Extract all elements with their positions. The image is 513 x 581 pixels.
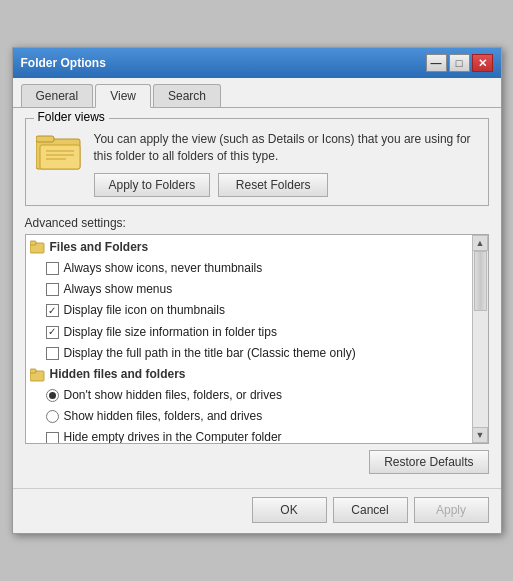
svg-rect-9	[30, 369, 36, 373]
checkbox-hide-empty-drives[interactable]	[46, 432, 59, 443]
folder-views-buttons: Apply to Folders Reset Folders	[94, 173, 478, 197]
svg-rect-7	[30, 241, 36, 245]
ok-button[interactable]: OK	[252, 497, 327, 523]
radio-dont-show-hidden[interactable]	[46, 389, 59, 402]
svg-rect-1	[36, 136, 54, 142]
checkbox-display-full-path[interactable]	[46, 347, 59, 360]
apply-to-folders-button[interactable]: Apply to Folders	[94, 173, 211, 197]
maximize-button[interactable]: □	[449, 54, 470, 72]
window-title: Folder Options	[21, 56, 106, 70]
settings-list[interactable]: Files and Folders Always show icons, nev…	[26, 235, 472, 443]
folder-views-group: Folder views You	[25, 118, 489, 206]
reset-folders-button[interactable]: Reset Folders	[218, 173, 328, 197]
category-folder-icon	[30, 240, 46, 254]
restore-defaults-button[interactable]: Restore Defaults	[369, 450, 488, 474]
title-bar: Folder Options — □ ✕	[13, 48, 501, 78]
scrollbar-up-button[interactable]: ▲	[472, 235, 488, 251]
advanced-settings-label: Advanced settings:	[25, 216, 489, 230]
restore-row: Restore Defaults	[25, 450, 489, 474]
folder-icon-area	[36, 131, 84, 174]
checkbox-display-file-icon[interactable]: ✓	[46, 304, 59, 317]
folder-icon	[36, 131, 84, 171]
scrollbar-down-button[interactable]: ▼	[472, 427, 488, 443]
bottom-buttons: OK Cancel Apply	[13, 488, 501, 533]
tab-general[interactable]: General	[21, 84, 94, 107]
apply-button[interactable]: Apply	[414, 497, 489, 523]
list-item[interactable]: Display the full path in the title bar (…	[26, 343, 472, 364]
category-folder2-icon	[30, 368, 46, 382]
checkbox-always-show-menus[interactable]	[46, 283, 59, 296]
folder-views-description: You can apply the view (such as Details …	[94, 131, 478, 165]
list-item: Hidden files and folders	[26, 364, 472, 385]
list-item[interactable]: Always show menus	[26, 279, 472, 300]
scrollbar-thumb[interactable]	[474, 251, 487, 311]
folder-views-content: You can apply the view (such as Details …	[94, 131, 478, 197]
list-item: Files and Folders	[26, 237, 472, 258]
scrollbar[interactable]: ▲ ▼	[472, 235, 488, 443]
checkbox-display-file-size[interactable]: ✓	[46, 326, 59, 339]
tabs-bar: General View Search	[13, 78, 501, 108]
folder-options-window: Folder Options — □ ✕ General View Search…	[12, 47, 502, 534]
tab-search[interactable]: Search	[153, 84, 221, 107]
minimize-button[interactable]: —	[426, 54, 447, 72]
cancel-button[interactable]: Cancel	[333, 497, 408, 523]
list-item[interactable]: Always show icons, never thumbnails	[26, 258, 472, 279]
tab-view[interactable]: View	[95, 84, 151, 108]
close-button[interactable]: ✕	[472, 54, 493, 72]
list-item[interactable]: ✓ Display file icon on thumbnails	[26, 300, 472, 321]
scrollbar-thumb-area	[473, 251, 488, 427]
list-item[interactable]: Hide empty drives in the Computer folder	[26, 427, 472, 442]
svg-rect-2	[40, 145, 80, 169]
list-item[interactable]: Don't show hidden files, folders, or dri…	[26, 385, 472, 406]
radio-show-hidden[interactable]	[46, 410, 59, 423]
advanced-settings-list-container: Files and Folders Always show icons, nev…	[25, 234, 489, 444]
list-item[interactable]: ✓ Display file size information in folde…	[26, 322, 472, 343]
title-bar-buttons: — □ ✕	[426, 54, 493, 72]
checkbox-always-show-icons[interactable]	[46, 262, 59, 275]
folder-views-inner: You can apply the view (such as Details …	[36, 131, 478, 197]
list-item[interactable]: Show hidden files, folders, and drives	[26, 406, 472, 427]
folder-views-title: Folder views	[34, 110, 109, 124]
tab-content: Folder views You	[13, 108, 501, 488]
